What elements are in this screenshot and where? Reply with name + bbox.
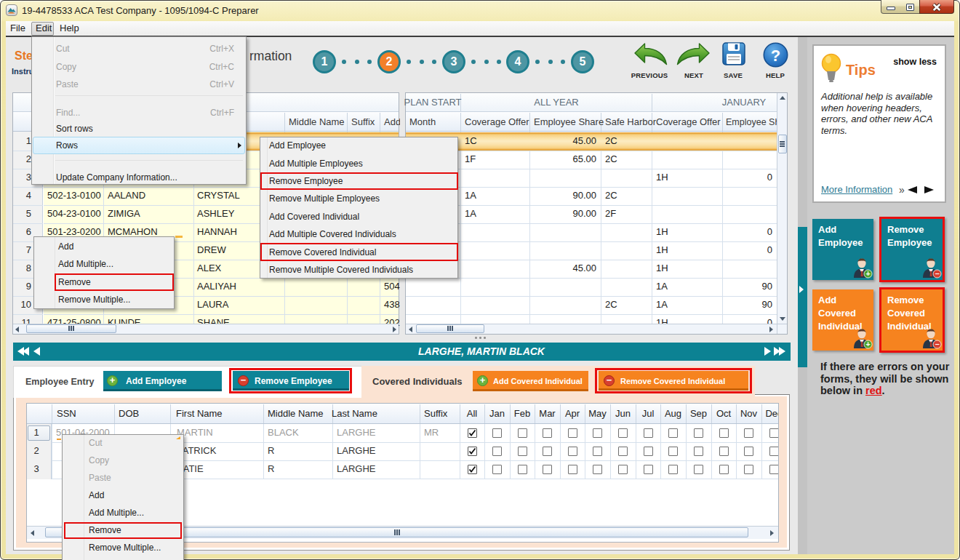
svg-text:?: ? — [771, 47, 780, 65]
svg-text:+: + — [865, 340, 870, 348]
svg-text:+: + — [865, 269, 870, 278]
svg-text:−: − — [935, 340, 939, 348]
svg-text:−: − — [935, 269, 939, 278]
